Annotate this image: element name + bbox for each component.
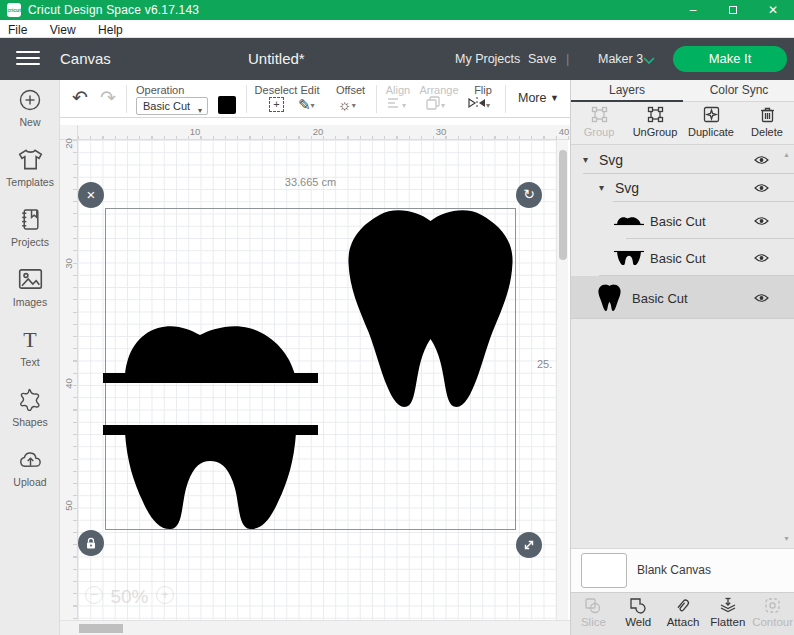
visibility-eye-icon[interactable] bbox=[754, 253, 769, 263]
notebook-icon bbox=[19, 208, 42, 231]
tooth-crown-shape[interactable] bbox=[103, 322, 318, 383]
maximize-icon bbox=[729, 6, 737, 14]
horizontal-scrollbar-thumb[interactable] bbox=[79, 624, 123, 633]
layer-label: Basic Cut bbox=[632, 290, 688, 305]
operation-dropdown[interactable]: Basic Cut ▾ bbox=[136, 97, 208, 115]
selection-width-label: 33.665 cm bbox=[105, 176, 516, 188]
selection-height-label: 25. bbox=[537, 358, 552, 370]
collapse-triangle-icon[interactable]: ▾ bbox=[599, 182, 604, 193]
layers-tree: ▲ ▼ ▾ Svg ▾ Svg Basic Cut bbox=[571, 145, 794, 548]
machine-selector[interactable]: Maker 3 bbox=[598, 52, 643, 66]
layers-panel: Layers Color Sync Group UnGroup Duplicat… bbox=[570, 80, 794, 635]
delete-label: Delete bbox=[739, 126, 794, 138]
delete-selection-handle[interactable]: × bbox=[78, 182, 104, 208]
toolbar-separator bbox=[505, 85, 506, 113]
design-canvas[interactable]: 10 20 30 40 20 30 40 50 33.665 cm 25. × … bbox=[60, 118, 570, 635]
tooth-full-shape[interactable] bbox=[345, 208, 516, 413]
blank-canvas-row[interactable]: Blank Canvas bbox=[571, 548, 794, 592]
canvas-nav-label[interactable]: Canvas bbox=[60, 50, 111, 67]
sidebar-item-shapes[interactable]: Shapes bbox=[0, 380, 60, 440]
undo-icon[interactable]: ↶ bbox=[72, 86, 88, 109]
layer-row-basic-cut-roots[interactable]: Basic Cut bbox=[571, 239, 794, 276]
attach-button[interactable]: Attach bbox=[661, 593, 706, 635]
ungroup-label: UnGroup bbox=[627, 126, 683, 138]
tab-color-sync[interactable]: Color Sync bbox=[683, 80, 794, 102]
zoom-in-button[interactable]: + bbox=[156, 586, 174, 604]
flip-label: Flip bbox=[465, 84, 501, 96]
window-title: Cricut Design Space v6.17.143 bbox=[28, 3, 199, 17]
redo-icon: ↷ bbox=[100, 86, 116, 109]
hamburger-menu-icon[interactable] bbox=[16, 51, 40, 67]
ruler-tick-label: 20 bbox=[63, 134, 74, 154]
sidebar-item-new[interactable]: New bbox=[0, 80, 60, 140]
scroll-down-icon[interactable]: ▼ bbox=[783, 535, 790, 542]
menu-file[interactable]: File bbox=[8, 21, 27, 39]
offset-icon[interactable]: ☼▾ bbox=[338, 96, 356, 113]
sidebar-item-text[interactable]: T Text bbox=[0, 320, 60, 380]
layer-label: Svg bbox=[599, 152, 623, 168]
color-swatch[interactable] bbox=[218, 96, 236, 114]
arrange-label: Arrange bbox=[415, 84, 463, 96]
duplicate-button[interactable]: Duplicate bbox=[683, 102, 739, 144]
menu-help[interactable]: Help bbox=[98, 21, 123, 39]
weld-button[interactable]: Weld bbox=[616, 593, 661, 635]
layer-row-basic-cut-full[interactable]: Basic Cut bbox=[571, 276, 794, 319]
make-it-button[interactable]: Make It bbox=[673, 46, 787, 72]
weld-icon bbox=[629, 597, 647, 614]
tshirt-icon bbox=[18, 148, 43, 171]
tab-layers[interactable]: Layers bbox=[571, 80, 683, 102]
ruler-tick-label: 40 bbox=[63, 374, 74, 394]
layer-row-svg-child[interactable]: ▾ Svg bbox=[571, 174, 794, 202]
rotate-handle[interactable]: ↻ bbox=[516, 182, 542, 208]
tooth-roots-shape[interactable] bbox=[103, 425, 318, 530]
panel-footer-actions: Slice Weld Attach Flatten Contour bbox=[571, 592, 794, 635]
duplicate-icon bbox=[703, 106, 720, 123]
attach-label: Attach bbox=[661, 616, 706, 628]
more-button[interactable]: More ▼ bbox=[518, 91, 559, 105]
canvas-color-swatch[interactable] bbox=[581, 553, 627, 588]
visibility-eye-icon[interactable] bbox=[754, 293, 769, 303]
save-link[interactable]: Save bbox=[528, 52, 557, 66]
operation-label: Operation bbox=[136, 84, 208, 96]
vertical-scrollbar[interactable] bbox=[556, 140, 568, 620]
flatten-button[interactable]: Flatten bbox=[705, 593, 750, 635]
vertical-scrollbar-thumb[interactable] bbox=[559, 150, 567, 260]
ungroup-button[interactable]: UnGroup bbox=[627, 102, 683, 144]
sidebar-item-templates[interactable]: Templates bbox=[0, 140, 60, 200]
my-projects-link[interactable]: My Projects bbox=[455, 52, 520, 66]
visibility-eye-icon[interactable] bbox=[754, 155, 769, 165]
layer-row-basic-cut-crown[interactable]: Basic Cut bbox=[571, 202, 794, 239]
deselect-icon[interactable]: + bbox=[269, 97, 284, 112]
horizontal-scrollbar[interactable] bbox=[60, 620, 570, 635]
zoom-out-button[interactable]: − bbox=[85, 586, 103, 604]
ruler-horizontal: 10 20 30 40 bbox=[78, 125, 570, 140]
collapse-triangle-icon[interactable]: ▾ bbox=[583, 153, 588, 164]
flatten-label: Flatten bbox=[705, 616, 750, 628]
lock-handle[interactable] bbox=[78, 530, 104, 556]
menu-view[interactable]: View bbox=[50, 21, 76, 39]
group-label: Group bbox=[571, 126, 627, 138]
contour-label: Contour bbox=[750, 616, 794, 628]
edit-icon[interactable]: ✎▾ bbox=[298, 96, 315, 114]
visibility-eye-icon[interactable] bbox=[754, 183, 769, 193]
trash-icon bbox=[760, 106, 775, 123]
edit-label: Edit bbox=[290, 84, 330, 96]
layer-thumbnail bbox=[614, 250, 644, 265]
layer-row-svg-root[interactable]: ▾ Svg bbox=[571, 145, 794, 174]
minimize-button[interactable]: – bbox=[680, 0, 706, 20]
document-title[interactable]: Untitled* bbox=[248, 50, 305, 67]
sidebar-item-projects[interactable]: Projects bbox=[0, 200, 60, 260]
close-button[interactable]: ✕ bbox=[760, 0, 786, 20]
sidebar-label: Shapes bbox=[0, 416, 60, 428]
visibility-eye-icon[interactable] bbox=[754, 216, 769, 226]
flip-icon[interactable]: ▾ bbox=[468, 96, 490, 113]
resize-handle[interactable] bbox=[516, 532, 542, 558]
sidebar-item-images[interactable]: Images bbox=[0, 260, 60, 320]
layer-label: Basic Cut bbox=[650, 213, 706, 228]
chevron-down-icon[interactable] bbox=[643, 57, 655, 64]
zoom-control: − 50% + bbox=[85, 586, 181, 614]
arrange-icon: ▾ bbox=[426, 96, 445, 113]
sidebar-item-upload[interactable]: Upload bbox=[0, 440, 60, 500]
maximize-button[interactable] bbox=[720, 0, 746, 20]
delete-button[interactable]: Delete bbox=[739, 102, 794, 144]
